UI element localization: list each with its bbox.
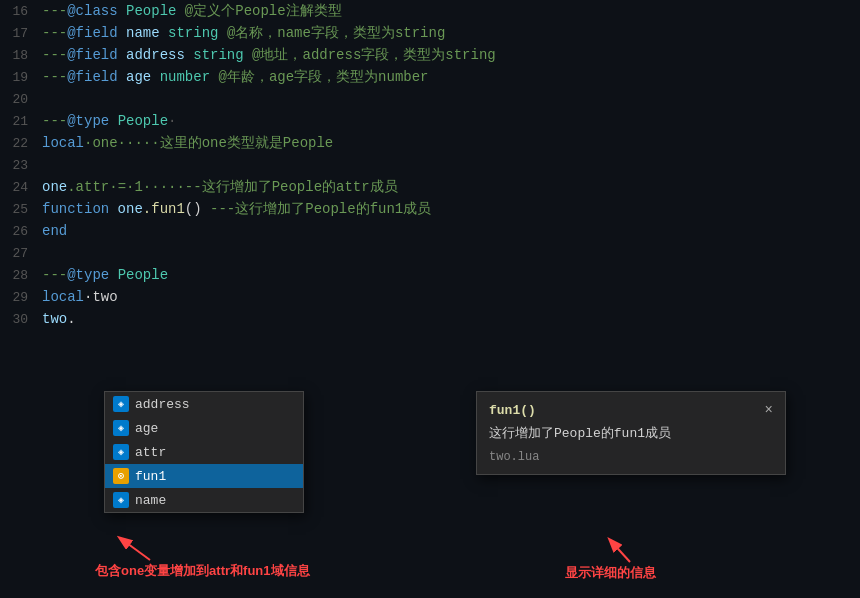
code-line: 25function one.fun1() ---这行增加了People的fun… [0, 198, 860, 220]
code-line: 29local·two [0, 286, 860, 308]
autocomplete-item[interactable]: ◈name [105, 488, 303, 512]
line-number: 26 [0, 221, 38, 243]
token: @type [67, 267, 109, 283]
token: .fun1 [143, 201, 185, 217]
token: one [109, 201, 143, 217]
token: --- [42, 3, 67, 19]
token: one [42, 179, 67, 195]
code-line: 17---@field name string @名称，name字段，类型为st… [0, 22, 860, 44]
line-content: local·two [38, 286, 860, 308]
field-icon: ◈ [113, 420, 129, 436]
line-number: 30 [0, 309, 38, 331]
token: People [109, 113, 168, 129]
info-popup-header: fun1() × [489, 402, 773, 418]
token: ---这行增加了People的fun1成员 [202, 201, 432, 217]
line-number: 20 [0, 89, 38, 111]
token: local [42, 135, 84, 151]
autocomplete-label: attr [135, 445, 166, 460]
line-content: ---@type People [38, 264, 860, 286]
token: @定义个People注解类型 [185, 3, 342, 19]
line-number: 28 [0, 265, 38, 287]
method-icon: ⊙ [113, 468, 129, 484]
autocomplete-item[interactable]: ◈age [105, 416, 303, 440]
line-content [38, 242, 860, 264]
line-number: 29 [0, 287, 38, 309]
code-line: 23 [0, 154, 860, 176]
info-popup-title: fun1() [489, 403, 536, 418]
code-line: 24one.attr·=·1·····--这行增加了People的attr成员 [0, 176, 860, 198]
token: --- [42, 25, 67, 41]
token: --- [42, 267, 67, 283]
line-content [38, 154, 860, 176]
token: address [118, 47, 194, 63]
line-number: 17 [0, 23, 38, 45]
line-number: 21 [0, 111, 38, 133]
token: . [67, 311, 75, 327]
token: @地址，address字段，类型为string [244, 47, 496, 63]
token: () [185, 201, 202, 217]
line-content: ---@field address string @地址，address字段，类… [38, 44, 860, 66]
code-line: 19---@field age number @年龄，age字段，类型为numb… [0, 66, 860, 88]
token: age [118, 69, 160, 85]
token: end [42, 223, 67, 239]
token: @field [67, 47, 117, 63]
info-popup-description: 这行增加了People的fun1成员 [489, 424, 773, 444]
token: --- [42, 113, 67, 129]
token: name [118, 25, 168, 41]
token: ·one·····这里的one类型就是People [84, 135, 333, 151]
code-editor: 16---@class People @定义个People注解类型17---@f… [0, 0, 860, 598]
autocomplete-item[interactable]: ◈address [105, 392, 303, 416]
line-number: 27 [0, 243, 38, 265]
token: People [118, 3, 185, 19]
autocomplete-label: name [135, 493, 166, 508]
line-number: 24 [0, 177, 38, 199]
token: @class [67, 3, 117, 19]
token: @field [67, 69, 117, 85]
code-line: 18---@field address string @地址，address字段… [0, 44, 860, 66]
token: two [42, 311, 67, 327]
line-number: 25 [0, 199, 38, 221]
autocomplete-label: address [135, 397, 190, 412]
code-line: 16---@class People @定义个People注解类型 [0, 0, 860, 22]
line-content: one.attr·=·1·····--这行增加了People的attr成员 [38, 176, 860, 198]
code-line: 21---@type People· [0, 110, 860, 132]
code-line: 20 [0, 88, 860, 110]
line-number: 19 [0, 67, 38, 89]
field-icon: ◈ [113, 444, 129, 460]
code-line: 30two. [0, 308, 860, 330]
line-number: 22 [0, 133, 38, 155]
token: @field [67, 25, 117, 41]
autocomplete-label: age [135, 421, 158, 436]
line-content: ---@class People @定义个People注解类型 [38, 0, 860, 22]
token: string [168, 25, 218, 41]
line-number: 18 [0, 45, 38, 67]
line-number: 16 [0, 1, 38, 23]
line-number: 23 [0, 155, 38, 177]
token: @年龄，age字段，类型为number [210, 69, 428, 85]
info-popup-close-button[interactable]: × [765, 402, 773, 418]
token: number [160, 69, 210, 85]
line-content: local·one·····这里的one类型就是People [38, 132, 860, 154]
line-content: ---@field age number @年龄，age字段，类型为number [38, 66, 860, 88]
token: string [193, 47, 243, 63]
code-line: 22local·one·····这里的one类型就是People [0, 132, 860, 154]
token: People [109, 267, 168, 283]
autocomplete-label: fun1 [135, 469, 166, 484]
token: @type [67, 113, 109, 129]
token: local [42, 289, 84, 305]
line-content: ---@field name string @名称，name字段，类型为stri… [38, 22, 860, 44]
token: ·two [84, 289, 118, 305]
autocomplete-item[interactable]: ◈attr [105, 440, 303, 464]
line-content: function one.fun1() ---这行增加了People的fun1成… [38, 198, 860, 220]
field-icon: ◈ [113, 492, 129, 508]
autocomplete-dropdown[interactable]: ◈address◈age◈attr⊙fun1◈name [104, 391, 304, 513]
code-line: 28---@type People [0, 264, 860, 286]
token: @名称，name字段，类型为string [218, 25, 445, 41]
token: function [42, 201, 109, 217]
autocomplete-item[interactable]: ⊙fun1 [105, 464, 303, 488]
token: --- [42, 47, 67, 63]
info-popup-file: two.lua [489, 450, 773, 464]
code-line: 27 [0, 242, 860, 264]
field-icon: ◈ [113, 396, 129, 412]
line-content: two. [38, 308, 860, 330]
